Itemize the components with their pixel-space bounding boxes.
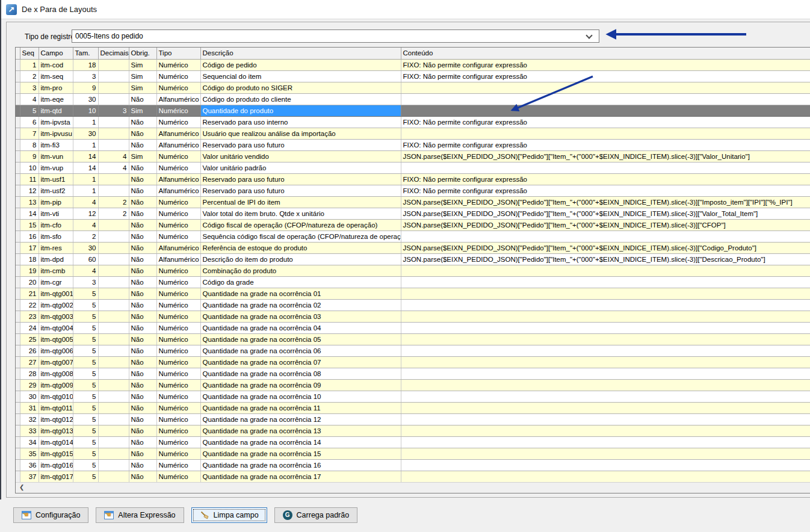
cell-tipo[interactable]: Numérico <box>156 59 200 70</box>
cell-tam[interactable]: 5 <box>73 413 98 425</box>
cell-conteudo[interactable]: FIXO: Não permite configurar expressão <box>401 185 810 196</box>
row-gutter[interactable] <box>16 230 20 242</box>
cell-obrig[interactable]: Não <box>129 196 156 208</box>
cell-seq[interactable]: 29 <box>20 379 39 391</box>
cell-conteudo[interactable] <box>401 402 810 413</box>
cell-decimais[interactable] <box>98 379 129 391</box>
cell-decimais[interactable] <box>98 253 129 265</box>
cell-tam[interactable]: 12 <box>73 208 98 219</box>
cell-obrig[interactable]: Não <box>129 288 156 299</box>
cell-tipo[interactable]: Numérico <box>156 413 200 425</box>
cell-decimais[interactable]: 2 <box>98 208 129 219</box>
cell-tam[interactable]: 10 <box>73 105 98 116</box>
cell-obrig[interactable]: Não <box>129 402 156 413</box>
cell-conteudo[interactable] <box>401 288 810 299</box>
cell-descricao[interactable]: Sequência código fiscal de operação (CFO… <box>200 230 401 242</box>
cell-tam[interactable]: 5 <box>73 436 98 448</box>
cell-descricao[interactable]: Quantidade na grade na ocorrência 02 <box>200 299 401 311</box>
cell-conteudo[interactable] <box>401 82 810 93</box>
cell-decimais[interactable] <box>98 59 129 70</box>
row-gutter[interactable] <box>16 196 20 208</box>
cell-conteudo[interactable]: FIXO: Não permite configurar expressão <box>401 59 810 70</box>
cell-conteudo[interactable] <box>401 128 810 139</box>
cell-tipo[interactable]: Numérico <box>156 368 200 379</box>
cell-descricao[interactable]: Quantidade do produto <box>200 105 401 116</box>
cell-obrig[interactable]: Não <box>129 162 156 173</box>
cell-tam[interactable]: 5 <box>73 425 98 436</box>
header-campo[interactable]: Campo <box>39 48 73 59</box>
cell-campo[interactable]: itm-eqe <box>39 93 73 105</box>
cell-tipo[interactable]: Alfanumérico <box>156 253 200 265</box>
cell-seq[interactable]: 7 <box>20 128 39 139</box>
row-gutter[interactable] <box>16 162 20 173</box>
cell-descricao[interactable]: Quantidade na grade na ocorrência 08 <box>200 368 401 379</box>
cell-seq[interactable]: 27 <box>20 356 39 368</box>
row-gutter[interactable] <box>16 128 20 139</box>
cell-decimais[interactable] <box>98 242 129 253</box>
cell-tam[interactable]: 14 <box>73 150 98 162</box>
cell-descricao[interactable]: Código do produto no SIGER <box>200 82 401 93</box>
cell-decimais[interactable] <box>98 471 129 482</box>
cell-seq[interactable]: 17 <box>20 242 39 253</box>
cell-tam[interactable]: 5 <box>73 299 98 311</box>
cell-obrig[interactable]: Não <box>129 276 156 288</box>
cell-campo[interactable]: itm-qtg006 <box>39 345 73 356</box>
row-gutter[interactable] <box>16 333 20 345</box>
cell-campo[interactable]: itm-qtg017 <box>39 471 73 482</box>
cell-tipo[interactable]: Numérico <box>156 436 200 448</box>
table-row[interactable]: 12itm-usf21NãoAlfanuméricoReservado para… <box>16 185 810 196</box>
horizontal-scrollbar[interactable]: ❮ <box>16 482 810 493</box>
cell-decimais[interactable]: 3 <box>98 105 129 116</box>
cell-descricao[interactable]: Quantidade na grade na ocorrência 04 <box>200 322 401 333</box>
cell-descricao[interactable]: Quantidade na grade na ocorrência 14 <box>200 436 401 448</box>
cell-tam[interactable]: 5 <box>73 471 98 482</box>
cell-descricao[interactable]: Código fiscal de operação (CFOP/natureza… <box>200 219 401 230</box>
row-gutter[interactable] <box>16 265 20 276</box>
cell-descricao[interactable]: Código da grade <box>200 276 401 288</box>
cell-decimais[interactable] <box>98 311 129 322</box>
cell-tam[interactable]: 60 <box>73 253 98 265</box>
cell-conteudo[interactable] <box>401 425 810 436</box>
cell-seq[interactable]: 31 <box>20 402 39 413</box>
table-row[interactable]: 19itm-cmb4NãoNuméricoCombinação do produ… <box>16 265 810 276</box>
cell-descricao[interactable]: Reservado para uso interno <box>200 116 401 128</box>
cell-tipo[interactable]: Numérico <box>156 105 200 116</box>
cell-campo[interactable]: itm-vti <box>39 208 73 219</box>
cell-obrig[interactable]: Não <box>129 139 156 150</box>
table-row[interactable]: 16itm-sfo2NãoNuméricoSequência código fi… <box>16 230 810 242</box>
cell-tipo[interactable]: Numérico <box>156 471 200 482</box>
cell-campo[interactable]: itm-dpd <box>39 253 73 265</box>
cell-seq[interactable]: 22 <box>20 299 39 311</box>
cell-seq[interactable]: 37 <box>20 471 39 482</box>
table-row[interactable]: 4itm-eqe30NãoAlfanuméricoCódigo do produ… <box>16 93 810 105</box>
cell-conteudo[interactable]: JSON.parse($EIXN_PEDIDO_JSON)["Pedido"][… <box>401 196 810 208</box>
table-row[interactable]: 26itm-qtg0065NãoNuméricoQuantidade na gr… <box>16 345 810 356</box>
table-row[interactable]: 10itm-vup144NãoNuméricoValor unitário pa… <box>16 162 810 173</box>
cell-campo[interactable]: itm-qtg010 <box>39 391 73 402</box>
table-row[interactable]: 9itm-vun144SimNuméricoValor unitário ven… <box>16 150 810 162</box>
scroll-left-icon[interactable]: ❮ <box>19 484 24 490</box>
cell-decimais[interactable] <box>98 345 129 356</box>
cell-decimais[interactable] <box>98 219 129 230</box>
cell-descricao[interactable]: Quantidade na grade na ocorrência 17 <box>200 471 401 482</box>
cell-descricao[interactable]: Quantidade na grade na ocorrência 03 <box>200 311 401 322</box>
table-row[interactable]: 11itm-usf11NãoAlfanuméricoReservado para… <box>16 173 810 185</box>
cell-tam[interactable]: 1 <box>73 116 98 128</box>
cell-decimais[interactable]: 4 <box>98 162 129 173</box>
cell-campo[interactable]: itm-qtg009 <box>39 379 73 391</box>
cell-decimais[interactable] <box>98 436 129 448</box>
table-row[interactable]: 36itm-qtg0165NãoNuméricoQuantidade na gr… <box>16 459 810 471</box>
cell-descricao[interactable]: Reservado para uso futuro <box>200 173 401 185</box>
cell-tam[interactable]: 5 <box>73 356 98 368</box>
cell-conteudo[interactable]: JSON.parse($EIXN_PEDIDO_JSON)["Pedido"][… <box>401 150 810 162</box>
row-gutter[interactable] <box>16 356 20 368</box>
cell-decimais[interactable] <box>98 368 129 379</box>
cell-seq[interactable]: 34 <box>20 436 39 448</box>
cell-tipo[interactable]: Numérico <box>156 82 200 93</box>
cell-campo[interactable]: itm-pip <box>39 196 73 208</box>
cell-campo[interactable]: itm-seq <box>39 70 73 82</box>
cell-campo[interactable]: itm-qtg013 <box>39 425 73 436</box>
cell-tipo[interactable]: Alfanumérico <box>156 242 200 253</box>
table-row[interactable]: 21itm-qtg0015NãoNuméricoQuantidade na gr… <box>16 288 810 299</box>
table-row[interactable]: 8itm-fi31NãoAlfanuméricoReservado para u… <box>16 139 810 150</box>
